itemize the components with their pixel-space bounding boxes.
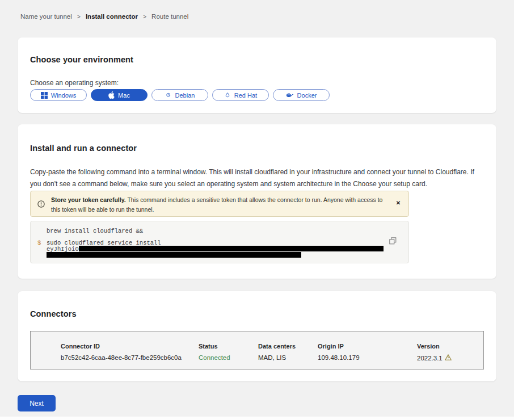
os-button-label: Debian bbox=[175, 92, 195, 99]
version-number: 2022.3.1 bbox=[417, 355, 443, 362]
redacted-token-bar bbox=[47, 252, 301, 258]
os-button-windows[interactable]: Windows bbox=[30, 89, 87, 101]
column-header: Version bbox=[417, 343, 440, 350]
shell-prompt: $ bbox=[37, 240, 41, 246]
os-button-redhat[interactable]: Red Hat bbox=[212, 89, 269, 101]
install-description: Copy-paste the following command into a … bbox=[30, 166, 482, 190]
warning-title: Store your token carefully. bbox=[51, 196, 126, 203]
chevron-separator-icon: > bbox=[143, 13, 146, 20]
apple-icon bbox=[108, 91, 115, 99]
debian-icon bbox=[165, 92, 172, 99]
os-button-mac[interactable]: Mac bbox=[91, 89, 148, 101]
code-line-brew: brew install cloudflared && bbox=[47, 228, 143, 234]
breadcrumb-step-name-tunnel[interactable]: Name your tunnel bbox=[20, 13, 72, 20]
data-centers-value: MAD, LIS bbox=[258, 354, 286, 361]
column-header: Connector ID bbox=[61, 343, 100, 350]
token-warning-banner: Store your token carefully. This command… bbox=[30, 191, 409, 217]
install-connector-card: Install and run a connector Copy-paste t… bbox=[18, 124, 496, 279]
next-button[interactable]: Next bbox=[18, 395, 56, 411]
column-header: Status bbox=[199, 343, 218, 350]
warning-triangle-icon bbox=[445, 354, 452, 362]
os-button-label: Docker bbox=[297, 92, 317, 99]
os-select-label: Choose an operating system: bbox=[30, 79, 119, 87]
copy-icon[interactable] bbox=[388, 237, 397, 246]
breadcrumb: Name your tunnel > Install connector > R… bbox=[20, 13, 188, 20]
os-button-debian[interactable]: Debian bbox=[151, 89, 208, 101]
version-value: 2022.3.1 bbox=[417, 354, 452, 362]
environment-card-title: Choose your environment bbox=[30, 55, 133, 64]
os-button-docker[interactable]: Docker bbox=[273, 89, 330, 101]
info-icon bbox=[37, 200, 45, 211]
breadcrumb-step-route-tunnel[interactable]: Route tunnel bbox=[151, 13, 188, 20]
connectors-table: Connector ID b7c52c42-6caa-48ee-8c77-fbe… bbox=[30, 331, 484, 369]
redhat-icon bbox=[224, 92, 231, 99]
os-button-label: Mac bbox=[118, 92, 130, 99]
environment-card: Choose your environment Choose an operat… bbox=[18, 37, 496, 113]
column-header: Origin IP bbox=[318, 343, 344, 350]
page-bottom-strip bbox=[0, 417, 514, 420]
warning-text: Store your token carefully. This command… bbox=[51, 195, 391, 215]
connectors-card-title: Connectors bbox=[30, 309, 77, 318]
chevron-separator-icon: > bbox=[77, 13, 81, 20]
install-card-title: Install and run a connector bbox=[30, 144, 137, 153]
os-button-label: Red Hat bbox=[234, 92, 257, 99]
redacted-token-bar bbox=[79, 246, 384, 251]
status-badge: Connected bbox=[199, 354, 230, 361]
windows-icon bbox=[41, 92, 48, 99]
breadcrumb-step-install-connector[interactable]: Install connector bbox=[86, 13, 138, 20]
origin-ip-value: 109.48.10.179 bbox=[318, 354, 360, 361]
connector-id-value: b7c52c42-6caa-48ee-8c77-fbe259cb6c0a bbox=[61, 354, 182, 361]
os-button-label: Windows bbox=[51, 92, 77, 99]
install-command-codeblock: brew install cloudflared && $ sudo cloud… bbox=[30, 221, 409, 263]
docker-icon bbox=[286, 92, 294, 98]
column-header: Data centers bbox=[258, 343, 296, 350]
close-icon[interactable]: ✕ bbox=[394, 199, 403, 208]
os-button-group: Windows Mac Debian Red Hat bbox=[30, 89, 330, 101]
connectors-card: Connectors Connector ID b7c52c42-6caa-48… bbox=[18, 291, 496, 381]
